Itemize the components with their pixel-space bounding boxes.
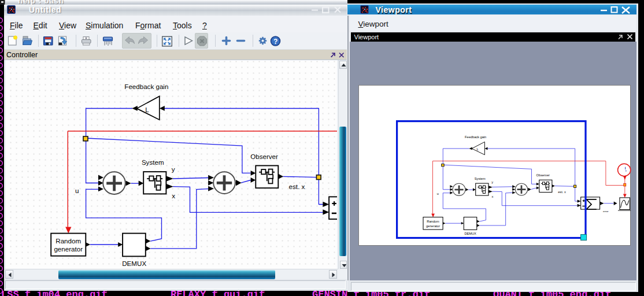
svg-text:Observer: Observer (250, 153, 278, 160)
svg-text:generator: generator (54, 245, 83, 253)
svg-text:x: x (172, 192, 175, 199)
svg-text:u: u (75, 187, 79, 194)
svg-text:System: System (142, 158, 164, 166)
svg-text:Random: Random (55, 237, 81, 245)
svg-text:?: ? (273, 38, 277, 46)
svg-text:y: y (172, 165, 175, 173)
svg-text:L: L (145, 106, 149, 113)
svg-text:DEMUX: DEMUX (122, 260, 146, 267)
svg-text:est. x: est. x (289, 183, 305, 190)
svg-text:Feedback gain: Feedback gain (124, 83, 168, 90)
